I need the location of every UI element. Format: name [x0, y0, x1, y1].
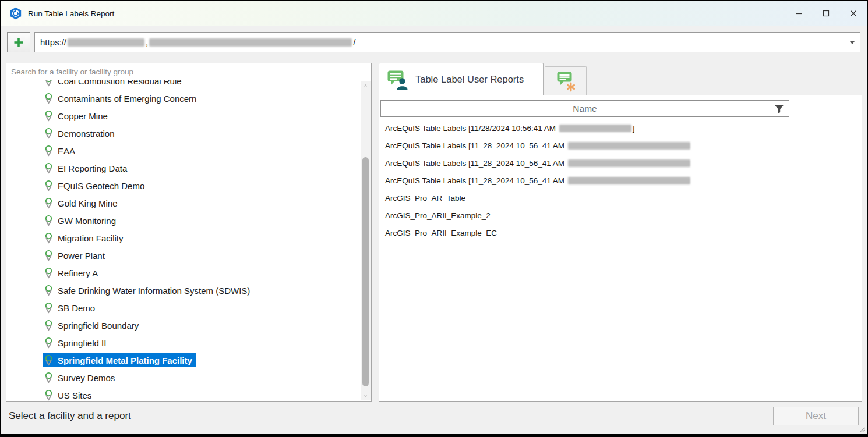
facility-item-content: Contaminants of Emerging Concern: [43, 91, 200, 105]
facility-item[interactable]: Demonstration: [6, 125, 361, 142]
report-name-text: ArcEQuIS Table Labels [11_28_2024 10_56_…: [385, 176, 567, 185]
facility-pin-icon: [44, 127, 53, 139]
facility-label: Gold King Mine: [58, 198, 118, 208]
facility-pin-icon: [44, 354, 53, 366]
facility-pin-icon: [44, 232, 53, 244]
window-controls: [785, 1, 867, 26]
facility-label: Safe Drinking Water Information System (…: [58, 286, 250, 296]
report-row[interactable]: ArcEQuIS Table Labels [11_28_2024 10_56_…: [380, 172, 861, 189]
facility-item-content: Springfield II: [43, 336, 110, 350]
report-row[interactable]: ArcGIS_Pro_ARII_Example_EC: [380, 224, 861, 241]
titlebar: Run Table Labels Report: [1, 1, 867, 26]
facility-item-content: EAA: [43, 144, 79, 158]
run-table-labels-report-window: Run Table Labels Report https:// , /: [1, 1, 867, 434]
chevron-down-icon: [364, 394, 367, 397]
facility-label: Survey Demos: [58, 373, 115, 383]
facility-list-scrollbar[interactable]: [361, 81, 371, 400]
facility-item[interactable]: Refinery A: [6, 264, 361, 282]
maximize-button[interactable]: [812, 1, 839, 26]
facility-item-content: US Sites: [43, 388, 96, 402]
filter-button[interactable]: [773, 103, 785, 115]
facility-item[interactable]: Gold King Mine: [6, 194, 361, 212]
facility-label: Copper Mine: [58, 111, 108, 121]
report-row[interactable]: ArcEQuIS Table Labels [11_28_2024 10_56_…: [380, 137, 861, 154]
url-suffix: /: [353, 37, 355, 47]
close-button[interactable]: [839, 1, 867, 26]
redacted-url-segment: [149, 38, 352, 47]
facility-item[interactable]: GW Monitoring: [6, 212, 361, 229]
facility-item-content: Migration Facility: [43, 231, 128, 245]
facility-item[interactable]: Contaminants of Emerging Concern: [6, 90, 361, 107]
name-header-label: Name: [573, 104, 597, 114]
facility-item[interactable]: Safe Drinking Water Information System (…: [6, 282, 361, 299]
facility-item-content: EI Reporting Data: [43, 161, 131, 175]
facility-item[interactable]: SB Demo: [6, 299, 361, 317]
redacted-url-segment: [68, 38, 144, 47]
facility-item-content-selected: Springfield Metal Plating Facility: [43, 353, 196, 367]
facility-item-content: Copper Mine: [43, 109, 112, 123]
facility-label: GW Monitoring: [58, 216, 116, 226]
facility-label: Coal Combustion Residual Rule: [58, 80, 182, 86]
facility-item-content: Coal Combustion Residual Rule: [43, 80, 186, 88]
facility-item[interactable]: Migration Facility: [6, 229, 361, 247]
tab-label: Table Label User Reports: [415, 74, 524, 85]
scroll-down-button[interactable]: [361, 391, 371, 400]
scrollbar-thumb[interactable]: [362, 157, 369, 386]
report-name-column-header[interactable]: Name: [380, 100, 789, 117]
redacted-text-segment: [559, 125, 631, 132]
url-separator: ,: [146, 37, 148, 47]
facility-label: Springfield II: [58, 338, 106, 348]
facility-list-items: Coal Combustion Residual Rule Contaminan…: [6, 80, 361, 402]
minimize-icon: [795, 10, 802, 17]
report-panel: Name ArcEQuIS Table Labels [11/28/2024 1…: [379, 95, 862, 402]
facility-pin-icon: [44, 302, 53, 314]
facility-label: Springfield Boundary: [58, 321, 139, 331]
next-button[interactable]: Next: [773, 407, 859, 425]
report-list: ArcEQuIS Table Labels [11/28/2024 10:56:…: [380, 119, 861, 241]
tab-new-table-label-report[interactable]: [545, 66, 587, 95]
facility-item[interactable]: EQuIS Geotech Demo: [6, 177, 361, 194]
connection-url-combobox[interactable]: https:// , /: [34, 32, 860, 52]
redacted-text-segment: [568, 142, 690, 150]
facility-search-input[interactable]: [6, 63, 371, 80]
facility-pin-icon: [44, 215, 53, 226]
report-name-text: ArcEQuIS Table Labels [11_28_2024 10_56_…: [385, 159, 567, 168]
facility-item-content: EQuIS Geotech Demo: [43, 179, 149, 193]
facility-item[interactable]: EAA: [6, 142, 361, 159]
tab-table-label-user-reports[interactable]: Table Label User Reports: [379, 63, 544, 95]
facility-item[interactable]: Survey Demos: [6, 369, 361, 386]
facility-label: Demonstration: [58, 129, 115, 138]
url-prefix: https://: [40, 37, 66, 47]
facility-item[interactable]: Copper Mine: [6, 107, 361, 125]
facility-item[interactable]: Springfield Boundary: [6, 317, 361, 334]
report-row[interactable]: ArcEQuIS Table Labels [11_28_2024 10_56_…: [380, 154, 861, 172]
facility-label: EI Reporting Data: [58, 164, 127, 173]
redacted-text-segment: [568, 159, 690, 167]
maximize-icon: [823, 10, 830, 17]
report-row[interactable]: ArcEQuIS Table Labels [11/28/2024 10:56:…: [380, 119, 861, 137]
facility-label: Springfield Metal Plating Facility: [58, 356, 192, 365]
facility-item-content: SB Demo: [43, 301, 99, 315]
minimize-button[interactable]: [785, 1, 812, 26]
facility-item[interactable]: Power Plant: [6, 247, 361, 264]
combobox-dropdown-arrow-icon[interactable]: [850, 41, 855, 44]
facility-label: Contaminants of Emerging Concern: [58, 94, 196, 104]
connection-url: https:// , /: [40, 37, 355, 47]
facility-item[interactable]: Springfield Metal Plating Facility: [6, 351, 361, 369]
facility-item[interactable]: US Sites: [6, 386, 361, 402]
scroll-up-button[interactable]: [361, 81, 371, 90]
facility-item[interactable]: Coal Combustion Residual Rule: [6, 80, 361, 90]
report-row[interactable]: ArcGIS_Pro_AR_Table: [380, 189, 861, 207]
facility-item[interactable]: Springfield II: [6, 334, 361, 351]
chevron-up-icon: [364, 84, 367, 87]
redacted-text-segment: [568, 177, 690, 184]
add-connection-button[interactable]: [7, 32, 30, 52]
report-name-text: ArcEQuIS Table Labels [11_28_2024 10_56_…: [385, 141, 567, 150]
window-title: Run Table Labels Report: [28, 9, 114, 18]
resize-grip[interactable]: [859, 427, 865, 432]
report-row[interactable]: ArcGIS_Pro_ARII_Example_2: [380, 207, 861, 224]
table-label-new-report-icon: [555, 71, 576, 92]
filter-funnel-icon: [774, 104, 784, 114]
facility-item[interactable]: EI Reporting Data: [6, 159, 361, 177]
facility-pin-icon: [44, 80, 53, 87]
